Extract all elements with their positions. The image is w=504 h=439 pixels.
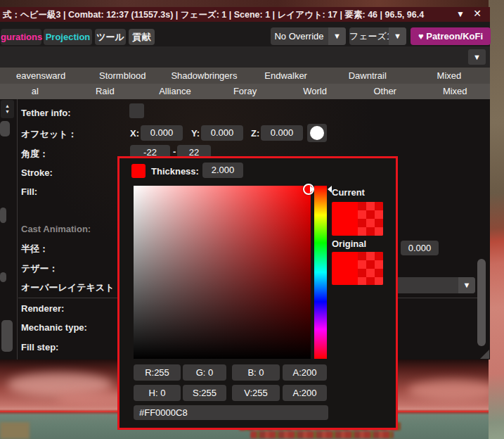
screen: 式：ヘビー級3 | Combat: 12:37 (11557.3s) | フェー… [0,0,504,439]
vertical-scrollbar[interactable] [477,259,486,346]
reorder-button[interactable]: ▲ ▼ [1,100,14,118]
current-color-preview [332,202,383,236]
window-titlebar[interactable]: 式：ヘビー級3 | Combat: 12:37 (11557.3s) | フェー… [0,7,490,22]
stroke-label: Stroke: [21,167,53,178]
tether-info-label: Tether info: [21,108,71,118]
offset-z-label: Z: [251,128,259,139]
angle-separator: - [173,146,176,157]
collapse-icon[interactable]: ▼ [456,9,465,20]
hue-marker-left-icon [310,186,314,193]
chevron-down-icon[interactable]: ▼ [458,277,475,293]
tab-tools[interactable]: ツール [95,29,126,45]
thickness-label: Thickness: [151,166,199,177]
arrow-down-icon: ▼ [1,109,14,115]
offset-y-input[interactable]: 0.000 [201,125,243,141]
blue-input[interactable]: B: 0 [232,364,280,381]
red-input[interactable]: R:255 [134,364,181,381]
list-item-partial[interactable] [0,121,10,136]
category-tabbar: al Raid Alliance Foray World Other Mixed [0,84,490,99]
alpha-hsva-input[interactable]: A:200 [283,385,327,401]
offset-x-input[interactable]: 0.000 [141,125,183,141]
offset-x-label: X: [130,128,139,139]
green-input[interactable]: G: 0 [183,364,226,381]
menu-bar: gurations Projection ツール 貢献 No Override … [0,22,490,47]
original-color-preview[interactable] [332,252,383,285]
overlay-text-label: オーバーレイテキスト： [21,281,123,294]
close-icon[interactable]: ✕ [473,8,482,19]
tab-mixed-2[interactable]: Mixed [420,84,490,99]
renderer-label: Renderer: [21,303,64,314]
expansion-tabbar: eavensward Stormblood Shadowbringers End… [0,68,490,84]
phase-dropdown[interactable]: フェーズ1 ▼ [349,27,406,45]
tab-world[interactable]: World [280,84,350,99]
game-cloud [408,380,499,401]
alpha-rgba-input[interactable]: A:200 [283,364,327,381]
tab-projection[interactable]: Projection [44,29,92,45]
heart-icon: ♥ [418,31,424,42]
fill-label: Fill: [21,186,37,197]
tab-configurations[interactable]: gurations [1,29,41,45]
hue-input[interactable]: H: 0 [134,385,181,401]
tether-label: テザー： [21,262,58,275]
list-item-partial[interactable] [0,208,6,223]
radius-input[interactable]: 0.000 [401,241,439,255]
thickness-input[interactable]: 2.000 [202,163,243,178]
phase-dropdown-value: フェーズ1 [349,27,388,45]
tab-contribute[interactable]: 貢献 [129,29,155,45]
radius-label: 半径： [21,243,49,255]
patreon-kofi-button[interactable]: ♥ Patreon/KoFi [411,27,491,45]
offset-z-input[interactable]: 0.000 [261,125,303,141]
panel-divider [17,99,18,360]
hex-input[interactable]: #FF0000C8 [134,405,328,420]
window-title: 式：ヘビー級3 | Combat: 12:37 (11557.3s) | フェー… [3,9,424,21]
tab-trial[interactable]: al [0,84,70,99]
offset-y-label: Y: [191,128,200,139]
collapsed-section-row[interactable]: ▼ [0,46,490,68]
game-scene-right [489,0,504,439]
expand-section-button[interactable]: ▼ [468,49,486,65]
fill-step-label: Fill step: [21,342,58,352]
tab-alliance[interactable]: Alliance [140,84,210,99]
angle-label: 角度： [21,148,49,160]
tab-dawntrail[interactable]: Dawntrail [327,68,408,84]
saturation-input[interactable]: S:255 [183,385,226,401]
tab-heavensward[interactable]: eavensward [0,68,82,84]
list-item-partial[interactable] [1,320,13,352]
override-dropdown-value: No Override [271,27,328,45]
saturation-value-picker[interactable] [134,186,311,359]
cast-animation-label: Cast Animation: [21,224,91,234]
original-label: Original [332,238,366,249]
game-logo-text [250,431,394,438]
mechanic-type-label: Mechanic type: [21,322,87,333]
window-resize-grip[interactable] [480,350,489,359]
stroke-color-swatch[interactable] [131,164,146,178]
tether-info-checkbox[interactable] [129,103,144,118]
hue-slider[interactable] [314,186,327,359]
tab-endwalker[interactable]: Endwalker [245,68,327,84]
tether-color-button[interactable] [307,124,327,142]
tab-mixed[interactable]: Mixed [408,68,490,84]
game-floor-patch [0,422,30,439]
offset-label: オフセット： [21,128,77,141]
color-circle-icon [310,126,324,140]
tab-foray[interactable]: Foray [210,84,280,99]
tab-stormblood[interactable]: Stormblood [82,68,163,84]
color-picker-dialog: Thickness: 2.000 Current Original R:255 … [117,156,398,430]
tab-other[interactable]: Other [350,84,420,99]
tab-raid[interactable]: Raid [70,84,141,99]
patreon-kofi-label: Patreon/KoFi [426,31,483,42]
chevron-down-icon[interactable]: ▼ [328,27,346,45]
value-input[interactable]: V:255 [232,385,280,401]
tab-shadowbringers[interactable]: Shadowbringers [163,68,245,84]
chevron-down-icon[interactable]: ▼ [389,27,406,45]
list-item-partial[interactable] [0,272,6,282]
current-label: Current [332,187,365,198]
arrow-up-icon: ▲ [1,103,14,109]
override-dropdown[interactable]: No Override ▼ [271,27,346,45]
